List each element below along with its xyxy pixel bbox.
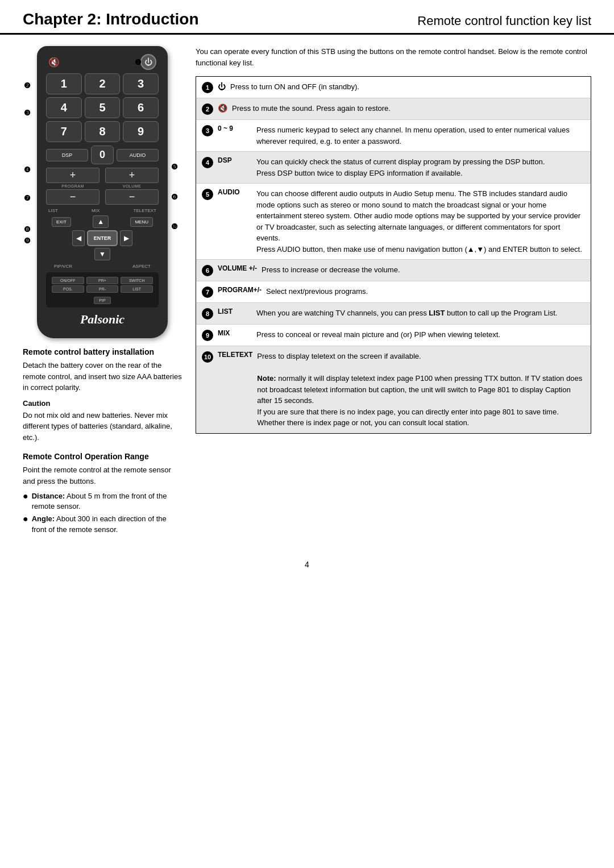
power-button[interactable]: ⏻ xyxy=(140,54,156,70)
page-subtitle: Remote control function key list xyxy=(417,14,591,28)
key-num-5: 5 xyxy=(202,189,213,200)
brand-logo: Palsonic xyxy=(46,312,159,327)
key-desc-9: Press to conceal or reveal main picture … xyxy=(256,329,585,340)
mix-label: MIX xyxy=(92,208,99,213)
lmt-row: LIST MIX TELETEXT ❿ xyxy=(46,208,159,213)
key-row-9: 9 MIX Press to conceal or reveal main pi… xyxy=(196,325,591,346)
label-10: ❿ xyxy=(171,222,178,231)
dsp-zero-audio-row: DSP 0 AUDIO ❺ xyxy=(46,146,159,164)
bullet-distance-text: Distance: About 5 m from the front of th… xyxy=(32,491,182,512)
remote-top-left: 🔇 xyxy=(48,57,60,68)
btn-3[interactable]: 3 xyxy=(123,73,159,94)
dsp-button[interactable]: DSP xyxy=(46,149,88,161)
caution-title: Caution xyxy=(23,399,182,408)
pos-button[interactable]: POS. xyxy=(52,285,84,293)
left-column: ❷ ❸ ❹ ❼ ❽ ❾ 🔇 ❶ ⏻ 1 xyxy=(23,46,182,537)
key-label-4: DSP xyxy=(218,156,252,164)
key-label-5: AUDIO xyxy=(218,188,252,196)
enter-button[interactable]: ENTER xyxy=(87,230,118,246)
key-num-2: 2 xyxy=(202,103,213,115)
bullet-distance: ● Distance: About 5 m from the front of … xyxy=(23,491,182,512)
menu-button[interactable]: MENU xyxy=(130,217,153,227)
key-num-3: 3 xyxy=(202,125,213,136)
btn-9[interactable]: 9 xyxy=(123,121,159,142)
bullet-angle: ● Angle: About 300 in each direction of … xyxy=(23,514,182,534)
key-row-7: 7 PROGRAM+/- Select next/previous progra… xyxy=(196,281,591,303)
key-function-list: 1 ⏻ Press to turn ON and OFF (in standby… xyxy=(196,76,591,434)
down-button[interactable]: ▼ xyxy=(94,248,110,260)
pip-controls: ON/OFF PR+ SWITCH POS. PR- LIST PIP xyxy=(46,272,159,308)
program-minus-btn[interactable]: − xyxy=(46,189,99,205)
teletext-label: TELETEXT xyxy=(134,208,156,213)
left-button[interactable]: ◀ xyxy=(72,230,85,246)
key-desc-1: Press to turn ON and OFF (in standby). xyxy=(230,81,585,93)
key-desc-3: Press numeric keypad to select any chann… xyxy=(256,124,585,147)
right-button[interactable]: ▶ xyxy=(120,230,132,246)
page-number: 4 xyxy=(0,560,614,569)
key-row-1: 1 ⏻ Press to turn ON and OFF (in standby… xyxy=(196,77,591,98)
key-num-8: 8 xyxy=(202,308,213,319)
btn-0[interactable]: 0 xyxy=(91,146,114,164)
pip-top-row: ON/OFF PR+ SWITCH xyxy=(51,277,154,284)
switch-button[interactable]: SWITCH xyxy=(121,277,153,284)
key-row-10: 10 TELETEXT Press to display teletext on… xyxy=(196,346,591,433)
exit-button[interactable]: EXIT xyxy=(52,217,71,227)
key-desc-4: You can quickly check the status of curr… xyxy=(256,156,585,178)
up-button[interactable]: ▲ xyxy=(93,215,109,228)
btn-4[interactable]: 4 xyxy=(46,97,82,118)
volume-minus-btn[interactable]: − xyxy=(105,189,159,205)
btn-5[interactable]: 5 xyxy=(85,97,121,118)
bullet-dot-2: ● xyxy=(23,514,28,524)
audio-button[interactable]: AUDIO xyxy=(117,149,159,161)
pip-button[interactable]: PIP xyxy=(94,297,111,304)
main-content: ❷ ❸ ❹ ❼ ❽ ❾ 🔇 ❶ ⏻ 1 xyxy=(0,35,614,549)
key-label-6: VOLUME +/- xyxy=(218,264,257,272)
pip-aspect-row: PIP/VCR ASPECT xyxy=(46,263,159,270)
pip-bottom-row: POS. PR- LIST xyxy=(51,285,154,293)
key-num-7: 7 xyxy=(202,286,213,298)
nav-area: EXIT ▲ MENU ◀ ENTER ▶ ▼ xyxy=(46,215,159,260)
program-col: + PROGRAM − xyxy=(46,168,99,205)
operation-range-section: Remote Control Operation Range Point the… xyxy=(23,452,182,535)
prog-vol-row: + PROGRAM − + VOLUME − ❻ xyxy=(46,168,159,205)
program-plus-btn[interactable]: + xyxy=(46,168,99,183)
intro-text: You can operate every function of this S… xyxy=(196,46,591,68)
key-row-4: 4 DSP You can quickly check the status o… xyxy=(196,152,591,184)
operation-range-title: Remote Control Operation Range xyxy=(23,452,182,461)
btn-6[interactable]: 6 xyxy=(123,97,159,118)
chapter-title: Chapter 2: Introduction xyxy=(23,10,199,28)
page-header: Chapter 2: Introduction Remote control f… xyxy=(0,0,614,35)
aspect-button[interactable]: ASPECT xyxy=(130,263,153,270)
btn-2[interactable]: 2 xyxy=(85,73,121,94)
remote-diagram: ❷ ❸ ❹ ❼ ❽ ❾ 🔇 ❶ ⏻ 1 xyxy=(23,46,182,338)
label-7: ❼ xyxy=(24,194,31,202)
label-8: ❽ xyxy=(24,225,31,234)
key-desc-10: Press to display teletext on the screen … xyxy=(257,351,585,429)
pr-plus-button[interactable]: PR+ xyxy=(86,277,119,284)
battery-title: Remote control battery installation xyxy=(23,347,182,356)
mute-icon: 🔇 xyxy=(48,57,60,68)
key-row-8: 8 LIST When you are watching TV channels… xyxy=(196,303,591,325)
remote-body: 🔇 ❶ ⏻ 1 2 3 4 5 6 7 8 9 xyxy=(37,46,168,338)
bullet-angle-text: Angle: About 300 in each direction of th… xyxy=(32,514,182,534)
nav-middle-row: ◀ ENTER ▶ xyxy=(46,230,159,246)
volume-plus-btn[interactable]: + xyxy=(105,168,159,183)
pr-minus-button[interactable]: PR- xyxy=(86,285,119,293)
key-label-3: 0 ~ 9 xyxy=(218,124,252,132)
label-4: ❹ xyxy=(24,165,31,174)
volume-col: + VOLUME − xyxy=(105,168,159,205)
btn-1[interactable]: 1 xyxy=(46,73,82,94)
key-label-8: LIST xyxy=(218,308,252,315)
key-label-10: TELETEXT xyxy=(218,351,252,359)
key-desc-8: When you are watching TV channels, you c… xyxy=(256,308,585,319)
onoff-button[interactable]: ON/OFF xyxy=(52,277,84,284)
btn-8[interactable]: 8 xyxy=(85,121,121,142)
list-button[interactable]: LIST xyxy=(121,285,153,293)
bullet-dot-1: ● xyxy=(23,491,28,501)
btn-7[interactable]: 7 xyxy=(46,121,82,142)
pip-vcr-button[interactable]: PIP/VCR xyxy=(52,263,74,270)
right-column: You can operate every function of this S… xyxy=(196,46,591,537)
label-2: ❷ xyxy=(24,81,31,90)
label-1-inline: ❶ xyxy=(135,58,142,67)
program-label: PROGRAM xyxy=(61,184,84,188)
